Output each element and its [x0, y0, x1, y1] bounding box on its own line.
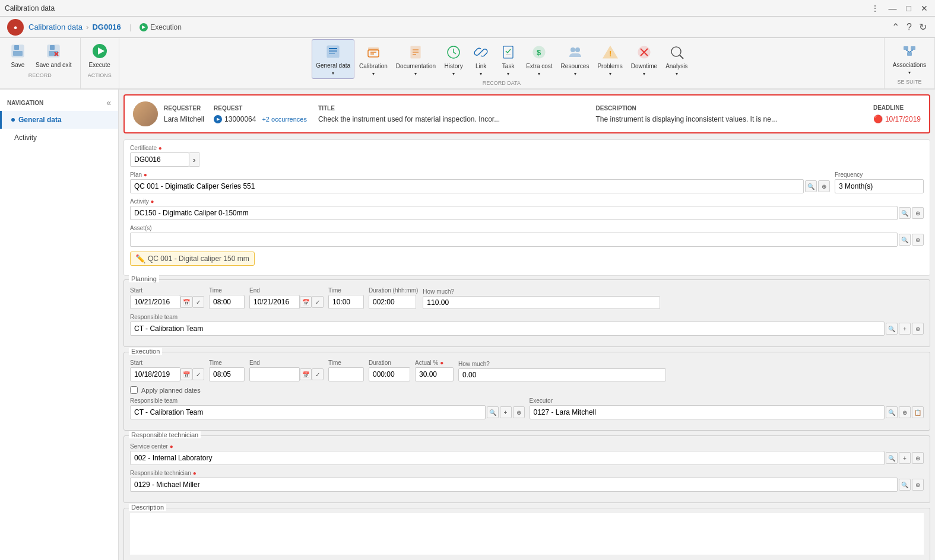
execution-start-input[interactable]: [130, 367, 180, 381]
planning-end-group: End 📅 ✓: [249, 287, 324, 309]
sidebar: NAVIGATION « General data Activity: [0, 90, 119, 560]
ribbon-section-se-suite: Associations ▾ SE Suite: [885, 38, 935, 88]
responsible-tech-search[interactable]: 🔍: [899, 479, 911, 491]
execution-duration-input[interactable]: [369, 367, 410, 381]
sidebar-item-activity[interactable]: Activity: [0, 129, 118, 147]
refresh-button[interactable]: ↻: [918, 20, 928, 34]
assets-browse-button[interactable]: ⊕: [912, 234, 924, 246]
assets-input[interactable]: [130, 233, 898, 247]
activity-search-button[interactable]: 🔍: [899, 207, 911, 219]
task-button[interactable]: Task ▾: [495, 40, 521, 79]
svg-rect-1: [14, 45, 19, 50]
planning-team-add[interactable]: +: [899, 323, 911, 335]
save-exit-button[interactable]: Save and exit: [32, 39, 75, 71]
executor-copy[interactable]: 📋: [912, 406, 924, 418]
frequency-label: Frequency: [835, 171, 924, 178]
executor-search[interactable]: 🔍: [886, 406, 898, 418]
three-dots-menu[interactable]: ⋮: [869, 2, 882, 14]
execution-team-search[interactable]: 🔍: [487, 406, 499, 418]
documentation-button[interactable]: Documentation ▾: [392, 40, 439, 79]
ribbon: Save Save and exit Record Execute: [0, 38, 935, 90]
resources-icon: [566, 43, 585, 62]
execution-end-time-input[interactable]: [328, 367, 364, 381]
asset-pencil-icon: ✏️: [135, 254, 145, 263]
planning-team-browse[interactable]: ⊕: [912, 323, 924, 335]
execution-time-input[interactable]: [209, 367, 245, 381]
service-center-search[interactable]: 🔍: [886, 452, 898, 464]
planning-end-calendar[interactable]: 📅: [300, 296, 312, 308]
link-button[interactable]: Link ▾: [468, 40, 494, 79]
extra-cost-button[interactable]: $ Extra cost ▾: [522, 40, 556, 79]
chevron-down-link: ▾: [480, 71, 482, 77]
description-legend: Description: [129, 504, 166, 511]
execution-team-browse[interactable]: ⊕: [513, 406, 525, 418]
problems-button[interactable]: ! Problems ▾: [594, 40, 626, 79]
activity-input[interactable]: [130, 206, 898, 220]
planning-team-search[interactable]: 🔍: [886, 323, 898, 335]
downtime-button[interactable]: Downtime ▾: [627, 40, 661, 79]
history-button[interactable]: History ▾: [440, 40, 467, 79]
execution-end-clear[interactable]: ✓: [312, 368, 324, 380]
plan-input[interactable]: [130, 179, 804, 193]
execution-how-much-input[interactable]: [458, 368, 666, 381]
planning-start-clear[interactable]: ✓: [192, 296, 204, 308]
sidebar-item-general-data[interactable]: General data: [0, 111, 118, 129]
svg-text:$: $: [537, 48, 541, 57]
planning-end-clear[interactable]: ✓: [312, 296, 324, 308]
svg-rect-15: [368, 47, 379, 51]
execution-start-calendar[interactable]: 📅: [180, 368, 192, 380]
chevron-down-general: ▾: [332, 71, 334, 76]
planning-team-input[interactable]: [130, 322, 885, 336]
help-button[interactable]: ?: [905, 21, 913, 34]
executor-browse[interactable]: ⊕: [899, 406, 911, 418]
execution-end-calendar[interactable]: 📅: [300, 368, 312, 380]
svg-rect-13: [329, 53, 335, 54]
close-button[interactable]: ✕: [918, 2, 930, 14]
execute-button[interactable]: Execute: [85, 39, 114, 71]
frequency-input[interactable]: [835, 179, 924, 193]
apply-planned-dates-checkbox[interactable]: [130, 386, 138, 394]
general-data-button[interactable]: General data ▾: [312, 39, 354, 79]
planning-end-time-input[interactable]: [328, 295, 364, 309]
certificate-browse-button[interactable]: ›: [189, 152, 199, 167]
responsible-tech-input[interactable]: [130, 478, 898, 492]
assets-search-button[interactable]: 🔍: [899, 234, 911, 246]
responsible-tech-browse[interactable]: ⊕: [912, 479, 924, 491]
execution-end-time-group: Time: [328, 359, 364, 381]
planning-duration-input[interactable]: [369, 295, 416, 309]
activity-browse-button[interactable]: ⊕: [912, 207, 924, 219]
certificate-row: Certificate ● ›: [130, 145, 924, 167]
execution-start-clear[interactable]: ✓: [192, 368, 204, 380]
planning-time-input[interactable]: [209, 295, 245, 309]
collapse-button[interactable]: «: [106, 98, 111, 107]
execution-team-add[interactable]: +: [500, 406, 512, 418]
planning-start-calendar[interactable]: 📅: [180, 296, 192, 308]
execution-end-input[interactable]: [249, 367, 300, 381]
banner-requester-section: REQUESTER Lara Mitchell: [133, 101, 204, 126]
certificate-input[interactable]: [130, 152, 189, 167]
service-center-browse[interactable]: ⊕: [912, 452, 924, 464]
plan-browse-button[interactable]: ⊕: [818, 180, 830, 192]
execution-team-input[interactable]: [130, 405, 486, 419]
execution-actual-pct-input[interactable]: [415, 367, 454, 381]
associations-button[interactable]: Associations ▾: [889, 39, 930, 78]
analysis-button[interactable]: Analysis ▾: [662, 40, 691, 79]
scroll-up-button[interactable]: ⌃: [890, 20, 901, 34]
minimize-button[interactable]: —: [886, 2, 899, 14]
occurrences-link[interactable]: +2 occurrences: [262, 116, 307, 123]
chevron-down-cost: ▾: [538, 71, 540, 77]
executor-input[interactable]: [530, 405, 885, 419]
service-center-input[interactable]: [130, 451, 885, 465]
description-textarea[interactable]: [130, 513, 924, 555]
planning-how-much-input[interactable]: [423, 296, 660, 309]
service-center-add[interactable]: +: [899, 452, 911, 464]
planning-start-input[interactable]: [130, 295, 180, 309]
save-button[interactable]: Save: [5, 39, 31, 71]
breadcrumb-calibration[interactable]: Calibration data: [28, 23, 83, 31]
description-label: DESCRIPTION: [595, 105, 863, 112]
planning-end-input[interactable]: [249, 295, 300, 309]
restore-button[interactable]: □: [904, 2, 914, 14]
resources-button[interactable]: Resources ▾: [557, 40, 593, 79]
calibration-button[interactable]: Calibration ▾: [356, 40, 391, 79]
plan-search-button[interactable]: 🔍: [805, 180, 817, 192]
